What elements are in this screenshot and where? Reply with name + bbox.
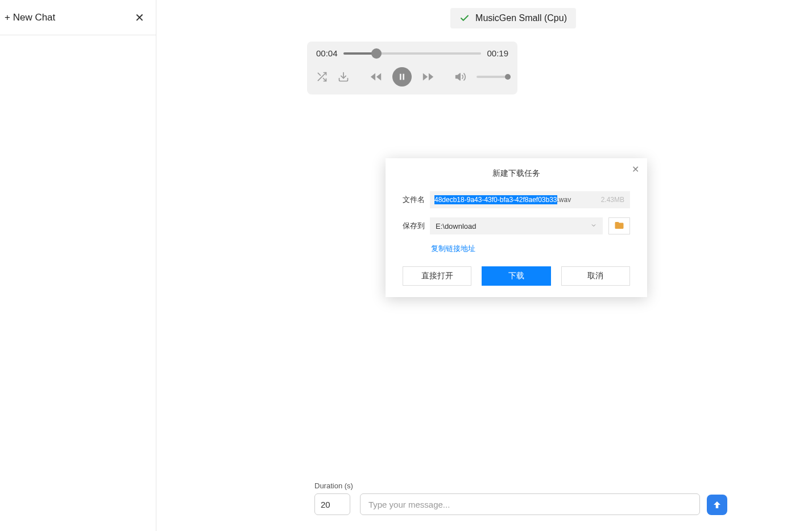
shuffle-icon[interactable] bbox=[316, 71, 328, 83]
browse-folder-button[interactable] bbox=[608, 217, 630, 234]
svg-rect-7 bbox=[403, 74, 404, 80]
file-size: 2.43MB bbox=[601, 196, 624, 204]
model-badge[interactable]: MusicGen Small (Cpu) bbox=[450, 8, 576, 28]
dialog-title: 新建下载任务 ✕ bbox=[386, 158, 647, 191]
duration-input[interactable] bbox=[314, 493, 350, 515]
filename-selected-text: 48decb18-9a43-43f0-bfa3-42f8aef03b33 bbox=[434, 195, 557, 204]
progress-slider[interactable] bbox=[343, 52, 482, 55]
rewind-icon[interactable] bbox=[370, 71, 382, 83]
cancel-button[interactable]: 取消 bbox=[561, 266, 630, 286]
svg-marker-4 bbox=[371, 73, 375, 81]
download-button[interactable]: 下载 bbox=[482, 266, 550, 286]
volume-icon[interactable] bbox=[455, 71, 466, 83]
duration-label: Duration (s) bbox=[314, 481, 353, 490]
volume-slider[interactable] bbox=[477, 76, 508, 78]
footer-input-bar: Duration (s) bbox=[314, 481, 727, 515]
pause-button[interactable] bbox=[392, 67, 412, 87]
chevron-down-icon bbox=[590, 222, 597, 230]
filename-row: 文件名 48decb18-9a43-43f0-bfa3-42f8aef03b33… bbox=[386, 191, 647, 208]
filename-label: 文件名 bbox=[403, 195, 430, 205]
filename-extension: .wav bbox=[557, 196, 571, 204]
svg-marker-10 bbox=[456, 73, 461, 80]
open-directly-button[interactable]: 直接打开 bbox=[403, 266, 471, 286]
download-dialog: 新建下载任务 ✕ 文件名 48decb18-9a43-43f0-bfa3-42f… bbox=[386, 158, 647, 297]
folder-icon bbox=[614, 220, 624, 232]
duration-block: Duration (s) bbox=[314, 481, 353, 515]
saveto-label: 保存到 bbox=[403, 221, 430, 231]
volume-thumb[interactable] bbox=[505, 74, 511, 80]
model-badge-label: MusicGen Small (Cpu) bbox=[475, 13, 567, 23]
check-icon bbox=[459, 13, 470, 23]
sidebar: + New Chat ✕ bbox=[0, 0, 156, 531]
svg-marker-9 bbox=[423, 73, 428, 81]
player-progress-row: 00:04 00:19 bbox=[316, 48, 508, 58]
current-time: 00:04 bbox=[316, 48, 338, 58]
save-path-value: E:\download bbox=[436, 222, 477, 230]
send-button[interactable] bbox=[707, 495, 727, 515]
saveto-row: 保存到 E:\download bbox=[386, 217, 647, 234]
message-input[interactable] bbox=[360, 493, 700, 515]
audio-player: 00:04 00:19 bbox=[307, 42, 517, 94]
svg-marker-8 bbox=[429, 73, 433, 81]
copy-link-button[interactable]: 复制链接地址 bbox=[431, 244, 475, 253]
save-path-select[interactable]: E:\download bbox=[430, 217, 603, 234]
dialog-close-icon[interactable]: ✕ bbox=[632, 164, 639, 175]
fast-forward-icon[interactable] bbox=[422, 71, 434, 83]
sidebar-header: + New Chat ✕ bbox=[0, 0, 156, 35]
arrow-up-icon bbox=[712, 500, 722, 510]
total-time: 00:19 bbox=[487, 48, 508, 58]
main-area: MusicGen Small (Cpu) 00:04 00:19 bbox=[156, 0, 812, 531]
svg-rect-6 bbox=[400, 74, 401, 80]
new-chat-button[interactable]: + New Chat bbox=[2, 12, 55, 23]
player-controls-row bbox=[316, 67, 508, 87]
filename-input[interactable]: 48decb18-9a43-43f0-bfa3-42f8aef03b33.wav… bbox=[430, 191, 630, 208]
copy-link-row: 复制链接地址 bbox=[386, 244, 647, 254]
close-icon[interactable]: ✕ bbox=[130, 9, 149, 27]
dialog-buttons: 直接打开 下载 取消 bbox=[386, 266, 647, 286]
dialog-title-text: 新建下载任务 bbox=[492, 168, 540, 178]
download-icon[interactable] bbox=[338, 71, 349, 83]
svg-marker-5 bbox=[376, 73, 381, 81]
progress-thumb[interactable] bbox=[371, 48, 382, 59]
svg-line-2 bbox=[318, 73, 320, 75]
